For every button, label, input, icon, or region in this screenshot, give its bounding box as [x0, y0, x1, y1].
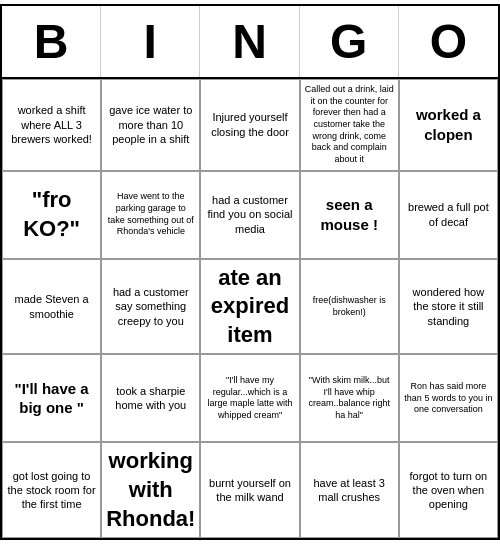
- bingo-cell-17: "I'll have my regular...which is a large…: [200, 354, 299, 442]
- bingo-letter-g: G: [300, 6, 399, 77]
- bingo-cell-24: forgot to turn on the oven when opening: [399, 442, 498, 538]
- bingo-cell-1: gave ice water to more than 10 people in…: [101, 79, 200, 171]
- bingo-card: BINGO worked a shift where ALL 3 brewers…: [0, 4, 500, 540]
- bingo-cell-5: "fro KO?": [2, 171, 101, 259]
- bingo-letter-b: B: [2, 6, 101, 77]
- bingo-cell-3: Called out a drink, laid it on the count…: [300, 79, 399, 171]
- bingo-cell-19: Ron has said more than 5 words to you in…: [399, 354, 498, 442]
- bingo-cell-7: had a customer find you on social media: [200, 171, 299, 259]
- bingo-cell-2: Injured yourself closing the door: [200, 79, 299, 171]
- bingo-header: BINGO: [2, 6, 498, 77]
- bingo-cell-0: worked a shift where ALL 3 brewers worke…: [2, 79, 101, 171]
- bingo-cell-4: worked a clopen: [399, 79, 498, 171]
- bingo-grid: worked a shift where ALL 3 brewers worke…: [2, 77, 498, 538]
- bingo-cell-10: made Steven a smoothie: [2, 259, 101, 355]
- bingo-cell-23: have at least 3 mall crushes: [300, 442, 399, 538]
- bingo-cell-9: brewed a full pot of decaf: [399, 171, 498, 259]
- bingo-cell-21: working with Rhonda!: [101, 442, 200, 538]
- bingo-cell-6: Have went to the parking garage to take …: [101, 171, 200, 259]
- bingo-cell-22: burnt yourself on the milk wand: [200, 442, 299, 538]
- bingo-cell-20: got lost going to the stock room for the…: [2, 442, 101, 538]
- bingo-cell-16: took a sharpie home with you: [101, 354, 200, 442]
- bingo-cell-18: "With skim milk...but I'll have whip cre…: [300, 354, 399, 442]
- bingo-letter-i: I: [101, 6, 200, 77]
- bingo-cell-11: had a customer say something creepy to y…: [101, 259, 200, 355]
- bingo-cell-15: "I'll have a big one ": [2, 354, 101, 442]
- bingo-cell-8: seen a mouse !: [300, 171, 399, 259]
- bingo-cell-12: ate an expired item: [200, 259, 299, 355]
- bingo-letter-o: O: [399, 6, 498, 77]
- bingo-letter-n: N: [200, 6, 299, 77]
- bingo-cell-13: free(dishwasher is broken!): [300, 259, 399, 355]
- bingo-cell-14: wondered how the store it still standing: [399, 259, 498, 355]
